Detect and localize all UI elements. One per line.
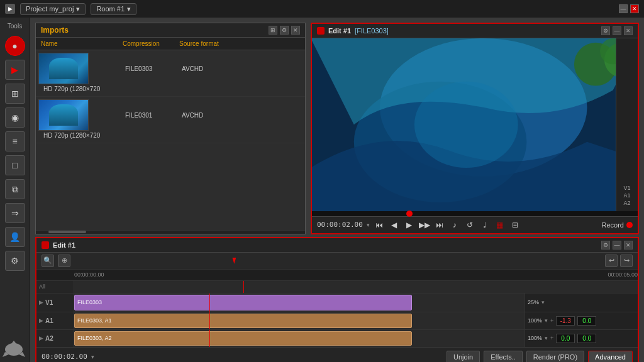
a2-name: A2: [45, 335, 53, 342]
tools-label: Tools: [8, 23, 22, 30]
project-selector[interactable]: Project my_proj ▾: [20, 3, 86, 15]
imports-title: Imports: [41, 26, 266, 35]
record-tool-button[interactable]: ●: [5, 36, 25, 56]
timeline-title: Edit #1: [53, 241, 75, 249]
content-area: Imports ⊞ ⚙ ✕ Name Compression Source fo…: [30, 18, 644, 362]
play-button[interactable]: ▶: [404, 219, 415, 231]
a2-pct-dropdown[interactable]: ▾: [545, 335, 548, 341]
preview-header: Edit #1 [FILE0303] ⚙ — ✕: [312, 24, 638, 38]
zoom-minus-button[interactable]: 🔍: [42, 255, 54, 267]
time-ruler: 00:00:00.00 00:00:05.00: [36, 270, 638, 281]
left-toolbar: Tools ● ▶ ⊞ ◉ ≡ □ ⧉ ⇒ 👤 ⚙: [0, 18, 30, 362]
prev-frame-button[interactable]: ◀: [389, 219, 400, 231]
timeline-minimize-button[interactable]: —: [613, 241, 621, 250]
next-frame-button[interactable]: ▶▶: [419, 219, 430, 231]
import-row-1[interactable]: FILE0301 AVCHD HD 720p (1280×720: [36, 97, 305, 143]
track-label-v1: ▶ V1: [36, 293, 74, 312]
a2-clip[interactable]: FILE0303, A2: [74, 331, 412, 346]
layers-tool-button[interactable]: ⧉: [5, 179, 25, 199]
preview-close-button[interactable]: ✕: [624, 26, 633, 35]
a1-pct: 100%: [528, 317, 542, 324]
main-layout: Tools ● ▶ ⊞ ◉ ≡ □ ⧉ ⇒ 👤 ⚙ Imports: [0, 18, 644, 362]
a2-expand[interactable]: ▶: [39, 335, 43, 341]
imports-grid-button[interactable]: ⊞: [269, 26, 277, 35]
goto-start-button[interactable]: ⏮: [374, 219, 385, 231]
import-name-1: FILE0301: [120, 111, 177, 120]
preview-seekbar[interactable]: [312, 211, 638, 216]
import-row-0[interactable]: FILE0303 AVCHD HD 720p (1280×720: [36, 50, 305, 97]
undo-button[interactable]: ↩: [605, 255, 618, 267]
video-track-labels: V1 A1 A2: [616, 38, 638, 211]
v1-clip[interactable]: FILE0303: [74, 295, 412, 310]
a2-value1: 0.0: [556, 334, 575, 343]
track-label-a1: ▶ A1: [36, 312, 74, 329]
timeline-close-button[interactable]: ✕: [624, 241, 633, 250]
v1-expand[interactable]: ▶: [39, 299, 43, 305]
user-tool-button[interactable]: 👤: [5, 227, 25, 247]
close-button[interactable]: ✕: [630, 4, 639, 13]
timeline-settings-button[interactable]: ⚙: [601, 241, 610, 250]
arrow2-tool-button[interactable]: ⇒: [5, 203, 25, 223]
render-button[interactable]: Render (PRO): [526, 351, 584, 362]
arrow-tool-button[interactable]: ▶: [5, 60, 25, 80]
track-row-v1: ▶ V1 FILE0303 25% ▾: [36, 293, 638, 312]
unjoin-button[interactable]: Unjoin: [447, 351, 480, 362]
zoom-plus-button[interactable]: ⊕: [58, 255, 70, 267]
imports-settings-button[interactable]: ⚙: [280, 26, 289, 35]
a1-pct-dropdown[interactable]: ▾: [545, 317, 548, 324]
video-frame: [312, 38, 638, 211]
preview-timecode: 00:00:02.00: [317, 221, 363, 229]
room-selector[interactable]: Room #1 ▾: [91, 3, 136, 15]
redo-button[interactable]: ↪: [620, 255, 633, 267]
audio2-button[interactable]: ♩: [479, 219, 491, 231]
preview-minimize-button[interactable]: —: [613, 26, 621, 35]
imports-close-button[interactable]: ✕: [291, 26, 300, 35]
import-format-1: HD 720p (1280×720: [38, 131, 120, 140]
preview-settings-button[interactable]: ⚙: [601, 26, 610, 35]
a1-value2: 0.0: [577, 316, 596, 326]
split-button[interactable]: ⊟: [509, 219, 521, 231]
audio-button[interactable]: ♪: [449, 219, 460, 231]
imports-scroll-thumb: [48, 231, 86, 233]
a2-label: A2: [623, 200, 630, 206]
preview-red-icon: [317, 27, 325, 35]
undo-redo-controls: ↩ ↪: [605, 255, 633, 267]
imports-scrollbar[interactable]: [36, 230, 305, 234]
timeline-bottom: 00:00:02.00 ▾ Unjoin Effects.. Render (P…: [36, 348, 638, 362]
timeline-header: Edit #1 ⚙ — ✕: [36, 238, 638, 253]
settings-tool-button[interactable]: ⚙: [5, 251, 25, 271]
advanced-button[interactable]: Advanced: [588, 351, 633, 362]
track-content-a2: FILE0303, A2: [74, 330, 525, 347]
window-controls: — ✕: [619, 4, 639, 13]
import-thumb-0: [38, 53, 89, 84]
folder-tool-button[interactable]: ◉: [5, 107, 25, 128]
table-tool-button[interactable]: ≡: [5, 131, 25, 151]
box-tool-button[interactable]: □: [5, 155, 25, 175]
a1-plus-button[interactable]: +: [550, 317, 553, 324]
multi-cam-button[interactable]: ▦: [494, 219, 506, 231]
timecode-dropdown[interactable]: ▾: [367, 222, 370, 228]
goto-end-button[interactable]: ⏭: [434, 219, 445, 231]
loop-button[interactable]: ↺: [464, 219, 475, 231]
minimize-button[interactable]: —: [619, 4, 628, 13]
timeline-red-icon: [42, 241, 49, 249]
v1-pct-dropdown[interactable]: ▾: [541, 299, 545, 305]
top-row: Imports ⊞ ⚙ ✕ Name Compression Source fo…: [30, 18, 644, 234]
v1-clip-name: FILE0303: [77, 299, 102, 305]
v1-name: V1: [45, 299, 53, 306]
record-label: Record: [602, 221, 624, 229]
a2-value2: 0.0: [577, 334, 596, 343]
grid-tool-button[interactable]: ⊞: [5, 84, 25, 104]
timeline-timecode-dropdown[interactable]: ▾: [91, 354, 94, 360]
playhead-line-all: [243, 281, 244, 293]
import-compression-0: AVCHD: [177, 64, 303, 74]
record-control[interactable]: Record: [602, 221, 633, 229]
a2-plus-button[interactable]: +: [550, 335, 553, 341]
import-name-0: FILE0303: [120, 64, 177, 74]
track-label-a2: ▶ A2: [36, 330, 74, 347]
a1-expand[interactable]: ▶: [39, 317, 43, 324]
track-label-all: All: [36, 281, 74, 293]
col-name: Name: [38, 39, 120, 48]
a1-clip[interactable]: FILE0303, A1: [74, 314, 412, 328]
effects-button[interactable]: Effects..: [484, 351, 523, 362]
